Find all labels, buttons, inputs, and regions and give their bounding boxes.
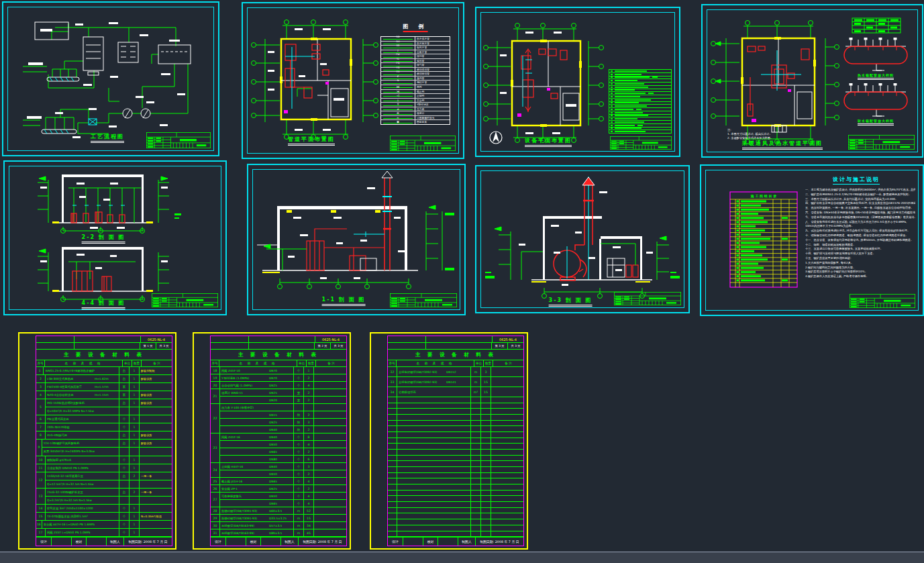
bom-item-unit: 个 — [293, 500, 303, 507]
bom-item-note — [313, 419, 346, 425]
bom-doc-number: 0625-NL-4 — [140, 336, 172, 342]
note-line: 一、本工程为燃油热水锅炉房设计, 供热面积约16000m², 供热介质为95/7… — [805, 188, 915, 193]
bom-item-unit — [119, 448, 129, 455]
sheet-title: 采暖通风及热水管道平面图 — [742, 141, 823, 150]
process-flow-art — [8, 7, 213, 150]
bom-item-unit: 台 — [119, 489, 129, 496]
bom-column-header: 数量 — [132, 360, 141, 366]
bom-item-note — [139, 521, 172, 528]
bom-column-header: 单位 — [297, 360, 306, 366]
bom-item-qty: 4 — [303, 441, 313, 448]
bom-item-qty: 1 — [129, 431, 139, 439]
bom-row-number: 19 — [211, 374, 220, 381]
bom-item-qty: 1 — [129, 440, 139, 447]
drawing-canvas[interactable]: 工艺流程图 — [0, 0, 924, 563]
bom-empty-row — [388, 484, 523, 491]
legend-label: 热水供水管 — [415, 37, 450, 41]
sheet-equipment-plan: 设备平面布置图 — [475, 7, 680, 157]
bom-item-size: D57×3.5 — [269, 524, 293, 527]
bom-empty-row — [388, 473, 523, 479]
bom-page-number: 第 2 页 — [314, 343, 330, 349]
bom-item-unit: 个 — [293, 456, 303, 462]
bom-item-size: DN20 — [269, 399, 293, 402]
bom-item-note — [313, 404, 346, 411]
bom-item-size: DN50 — [269, 472, 293, 476]
bom-row-number: 32 — [388, 367, 397, 376]
legend-symbol: N — [381, 81, 415, 85]
note-line: 二、锅炉房选用WNS1.25-0.7/95/70-YⅡ型燃油热水锅炉一台, 配套… — [805, 193, 915, 197]
bom-item-name: 15SG/50-32-16管道离心泵 — [46, 474, 95, 478]
bom-empty-row — [388, 444, 523, 450]
bom-header-row: 0625-NL-4 — [388, 336, 523, 343]
bom-footer-cell: 校对 — [423, 538, 438, 546]
bom-item-note: 配套供货 — [139, 431, 172, 439]
bom-item-qty: 2 — [303, 411, 313, 418]
bom-item-unit: 台 — [119, 472, 129, 480]
bom-item-size: DN50 — [269, 443, 293, 446]
bom-row-number: 11 — [36, 464, 46, 472]
bom-column-headers: 序号名 称 及 规 格单位数量备 注 — [388, 360, 523, 367]
bom-column-header: 序号 — [36, 360, 45, 366]
bom-footer-cell — [86, 538, 106, 546]
bom-footer-cell — [260, 538, 280, 546]
note-line: 2.锅炉间与辅助间之间的隔墙为防火墙。 — [805, 266, 915, 270]
bom-row-number: 15 — [36, 513, 46, 520]
bom-item-qty: 15 — [480, 377, 491, 387]
bom-item-note — [313, 529, 346, 536]
title-block — [850, 294, 915, 308]
bom-item-qty: 2 — [303, 397, 313, 403]
bom-column-header: 序号 — [211, 360, 219, 366]
legend-label: 压力表 — [415, 107, 450, 111]
bom-footer-cell: 校对 — [246, 538, 260, 546]
bom-doc-number: 0625-NL-4 — [492, 336, 523, 342]
bom-item-note — [313, 411, 346, 418]
legend-symbol: ⌀ — [381, 107, 415, 111]
bom-item-unit: 台 — [119, 375, 129, 382]
legend-title: 图 例 — [403, 23, 428, 32]
legend-symbol: ⊥ — [381, 99, 415, 103]
bom-item-name: 安全阀 ZP-1 — [220, 487, 269, 491]
bom-column-header: 数量 — [483, 360, 493, 366]
bom-item-note: N=0.35m³/保温 — [139, 513, 172, 520]
bom-title: 主 要 设 备 材 料 表 — [211, 350, 346, 360]
bom-footer-cell — [51, 538, 71, 546]
sheet-frame: 工艺流程图 — [7, 7, 214, 151]
bom-empty-row — [388, 421, 523, 427]
bom-row: 34岩棉保温管壳m³15 — [388, 387, 523, 397]
legend-label: 温度计 — [415, 111, 450, 115]
bom-item-unit: 支 — [293, 389, 303, 396]
bom-item-note — [313, 493, 346, 499]
bom-empty-row — [388, 456, 523, 462]
bom-item-size: DN70 — [269, 376, 293, 380]
note-line: 四、锅炉补给水采用全自动钠离子交换器软化处理, 软水水质应符合GB1576-20… — [805, 201, 915, 206]
bom-row: 7200L-型日用油箱个1 — [36, 423, 172, 431]
legend-label: 闸阀 — [415, 85, 450, 89]
bom-item-unit: 个 — [293, 463, 303, 470]
legend-row: ◉固定支架 — [381, 120, 450, 124]
bom-item-unit: 个 — [293, 470, 303, 477]
bom-item-unit: 个 — [119, 521, 129, 528]
bom-item-name: 可曲挠橡胶接头 — [220, 495, 269, 498]
bom-row-number: 14 — [36, 505, 46, 512]
section-3-3-art — [481, 171, 684, 307]
bom-item-name: TX-07型膨胀水箱 内容积1.5m³ — [46, 515, 95, 518]
bom-item-note — [313, 367, 346, 374]
bom-item-unit — [119, 407, 129, 415]
bom-item-note — [313, 507, 346, 514]
bom-item-note — [139, 464, 172, 472]
bom-item-unit: 台 — [119, 367, 129, 374]
legend-label: Y型过滤器 — [415, 103, 450, 107]
bom-empty-row — [388, 426, 523, 432]
bom-row-number: 8 — [36, 431, 46, 439]
legend-table: RG热水供水管RH热水回水管RS软化水管J自来水管PW排污管YL溢流管PQ排气管… — [380, 36, 450, 125]
bom-item-note — [491, 377, 523, 387]
bom-empty-row — [388, 432, 523, 438]
bom-item-note — [491, 367, 523, 376]
bom-empty-row — [388, 397, 523, 403]
bom-column-header: 序号 — [388, 360, 397, 366]
bom-header-row: 第 1 页共 3 页 — [36, 343, 172, 350]
legend-symbol: ◁ — [381, 94, 415, 98]
plan-notes: 注:1. 本图尺寸以毫米计, 标高以米计。2. 水箱配管安装方式详见放大样图。 — [727, 128, 835, 140]
bom-table-page-2: 0625-NL-4第 2 页共 3 页主 要 设 备 材 料 表序号名 称 及 … — [193, 332, 351, 550]
bom-row-number: 23 — [211, 433, 220, 462]
